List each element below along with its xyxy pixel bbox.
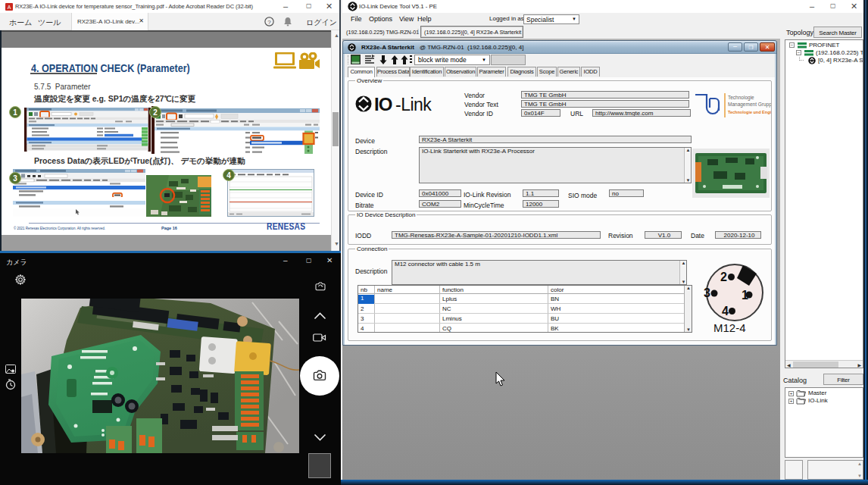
svg-text:3: 3 [704, 286, 710, 299]
svg-text:Technologie und Engineering: Technologie und Engineering [728, 110, 771, 114]
svg-text:2: 2 [720, 271, 727, 283]
svg-text:Management Gruppe: Management Gruppe [728, 102, 771, 108]
svg-text:M12-4: M12-4 [713, 321, 746, 334]
svg-text:4: 4 [722, 305, 729, 318]
svg-text:-Link: -Link [395, 95, 432, 114]
svg-text:Technologie: Technologie [728, 95, 754, 101]
svg-text:?: ? [267, 19, 271, 26]
svg-text:IO: IO [374, 94, 392, 114]
svg-text:A: A [8, 5, 11, 10]
